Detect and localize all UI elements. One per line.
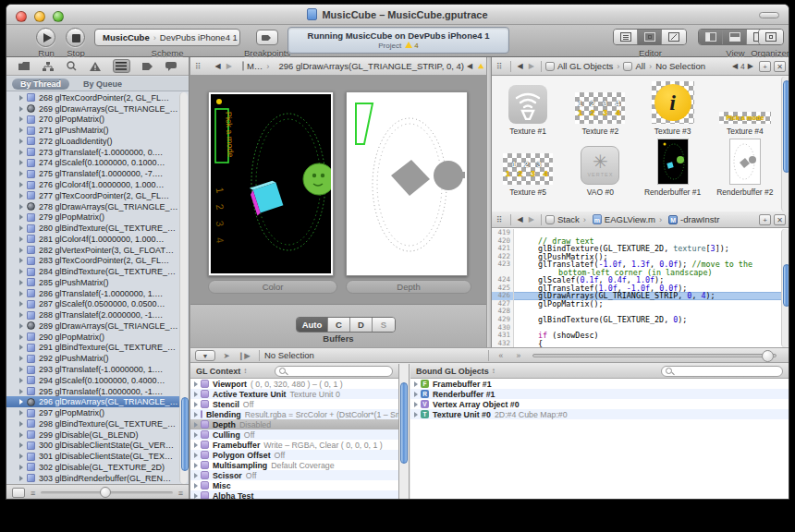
frame-scrubber-knob[interactable] bbox=[100, 487, 111, 498]
disclosure-triangle-icon[interactable] bbox=[19, 421, 23, 427]
gl-context-row[interactable]: Active Texture UnitTexture Unit 0 bbox=[190, 389, 398, 399]
back-arrow-icon[interactable]: ◀ bbox=[518, 62, 523, 70]
frame-position-knob[interactable] bbox=[762, 350, 774, 362]
show-debug-area-button[interactable] bbox=[723, 30, 747, 44]
current-location-icon[interactable]: ➤ bbox=[219, 350, 234, 361]
version-editor-button[interactable] bbox=[662, 30, 686, 44]
disclosure-triangle-icon[interactable] bbox=[194, 422, 198, 428]
disclosure-triangle-icon[interactable] bbox=[19, 116, 23, 122]
gl-call-row[interactable]: 276 glColor4f(1.0000000, 1.000… bbox=[6, 179, 179, 190]
objects-scrollbar[interactable] bbox=[781, 77, 789, 212]
disclosure-triangle-icon[interactable] bbox=[19, 334, 23, 340]
gl-call-row[interactable]: 277 glTexCoordPointer(2, GL_FL… bbox=[6, 190, 179, 201]
title-bar[interactable]: MusicCube – MusicCube.gputrace bbox=[6, 5, 789, 25]
gl-object-browser[interactable]: Texture #11 2 3 41 2 3 4Texture #2iTextu… bbox=[492, 77, 781, 212]
bound-object-row[interactable]: TTexture Unit #02D:#4 Cube Map:#0 bbox=[410, 409, 789, 419]
disclosure-triangle-icon[interactable] bbox=[19, 465, 23, 470]
gl-context-row[interactable]: ScissorOff bbox=[190, 470, 398, 480]
gl-call-row[interactable]: 301 glDisableClientState(GL_TEX… bbox=[6, 451, 179, 462]
code-area[interactable]: 419420// draw text421glBindTexture(GL_TE… bbox=[492, 229, 781, 347]
disclosure-triangle-icon[interactable] bbox=[19, 291, 23, 296]
run-button[interactable] bbox=[36, 28, 55, 47]
gl-call-row[interactable]: 273 glTranslatef(-1.0000000, 0.… bbox=[6, 147, 179, 158]
gl-call-row[interactable]: 274 glScalef(0.1000000, 0.1000… bbox=[6, 158, 179, 169]
gl-context-row[interactable]: FramebufferWrite – RGBA, Clear ( 0, 0, 0… bbox=[190, 440, 398, 450]
color-buffer-label[interactable]: Color bbox=[208, 280, 337, 294]
gl-context-row[interactable]: Alpha Test bbox=[190, 490, 398, 500]
gl-call-row[interactable]: 269 glDrawArrays(GL_TRIANGLE_… bbox=[6, 103, 179, 115]
fastforward-icon[interactable]: » bbox=[511, 350, 526, 361]
disclosure-triangle-icon[interactable] bbox=[194, 483, 198, 489]
disclosure-triangle-icon[interactable] bbox=[19, 442, 23, 448]
bound-objects-header[interactable]: Bound GL Objects↕ bbox=[410, 364, 789, 379]
issue-navigator-icon[interactable] bbox=[89, 60, 103, 72]
gl-object-item[interactable]: 1 2 3 41 2 3 4Texture #2 bbox=[564, 77, 636, 138]
disclosure-triangle-icon[interactable] bbox=[414, 402, 418, 407]
forward-arrow-icon[interactable]: ▶ bbox=[226, 62, 232, 70]
depth-buffer-label[interactable]: Depth bbox=[346, 280, 471, 294]
disclosure-triangle-icon[interactable] bbox=[194, 442, 198, 448]
disclosure-triangle-icon[interactable] bbox=[19, 214, 23, 220]
disclosure-triangle-icon[interactable] bbox=[19, 248, 23, 253]
gl-call-row[interactable]: 271 glPushMatrix() bbox=[6, 125, 179, 136]
code-line[interactable]: 432{ bbox=[492, 340, 781, 347]
gl-call-row[interactable]: 282 glVertexPointer(3, GL_FLOAT… bbox=[6, 245, 179, 256]
disclosure-triangle-icon[interactable] bbox=[19, 378, 23, 383]
editor-scrollbar[interactable] bbox=[781, 229, 789, 347]
gl-object-item[interactable]: ✳VERTEXVAO #0 bbox=[564, 138, 636, 199]
disclosure-triangle-icon[interactable] bbox=[19, 150, 23, 155]
gl-object-item[interactable]: Texture #1 bbox=[492, 77, 564, 138]
code-line[interactable]: 421glBindTexture(GL_TEXTURE_2D, texture[… bbox=[492, 245, 781, 253]
code-line[interactable]: 430 bbox=[492, 324, 781, 332]
forward-arrow-icon[interactable]: ▶ bbox=[529, 215, 534, 224]
disclosure-triangle-icon[interactable] bbox=[19, 301, 23, 307]
disclosure-triangle-icon[interactable] bbox=[194, 473, 198, 478]
gl-object-item[interactable]: Pick a modeTexture #4 bbox=[709, 77, 781, 138]
editor-mode-segment[interactable] bbox=[613, 29, 687, 45]
bound-object-row[interactable]: FFramebuffer #1 bbox=[410, 379, 789, 389]
gl-call-list[interactable]: 268 glTexCoordPointer(2, GL_FL…269 glDra… bbox=[6, 92, 179, 484]
code-line[interactable]: 427glPopMatrix(); bbox=[492, 300, 781, 308]
disclosure-triangle-icon[interactable] bbox=[19, 127, 23, 133]
disclosure-triangle-icon[interactable] bbox=[19, 367, 23, 372]
disclosure-triangle-icon[interactable] bbox=[19, 432, 23, 438]
disclosure-triangle-icon[interactable] bbox=[19, 193, 23, 199]
disclosure-triangle-icon[interactable] bbox=[19, 345, 23, 350]
disclosure-triangle-icon[interactable] bbox=[194, 381, 198, 387]
gl-object-item[interactable]: 1 2 31 2 3 4Texture #5 bbox=[492, 138, 564, 199]
gl-call-row[interactable]: 279 glPopMatrix() bbox=[6, 212, 179, 223]
disclosure-triangle-icon[interactable] bbox=[194, 392, 198, 397]
frame-scrubber[interactable] bbox=[41, 491, 172, 494]
tab-by-thread[interactable]: By Thread bbox=[12, 79, 69, 90]
breakpoint-navigator-icon[interactable] bbox=[141, 60, 154, 72]
step-icon[interactable]: ❙▶ bbox=[237, 350, 251, 361]
buffers-auto-button[interactable]: Auto bbox=[297, 318, 328, 332]
bound-object-row[interactable]: VVertex Array Object #0 bbox=[410, 399, 789, 409]
disclosure-triangle-icon[interactable] bbox=[19, 269, 23, 274]
gl-call-row[interactable]: 297 glPopMatrix() bbox=[6, 407, 179, 418]
disclosure-triangle-icon[interactable] bbox=[19, 160, 23, 165]
assistant-editor-button[interactable] bbox=[638, 30, 662, 44]
show-navigator-button[interactable] bbox=[699, 30, 723, 44]
search-navigator-icon[interactable] bbox=[65, 60, 79, 72]
disclosure-triangle-icon[interactable] bbox=[414, 392, 418, 397]
code-line[interactable]: 431if (showDesc) bbox=[492, 332, 781, 340]
disclosure-triangle-icon[interactable] bbox=[19, 171, 23, 176]
gl-call-row[interactable]: 293 glTranslatef(-1.0000000, 1.… bbox=[6, 364, 179, 375]
color-buffer-preview[interactable]: Pick a mode 1 2 3 4 bbox=[208, 91, 334, 276]
gl-call-row[interactable]: 302 glDisable(GL_TEXTURE_2D) bbox=[6, 462, 179, 473]
jumpbar-selection[interactable]: No Selection bbox=[655, 61, 705, 71]
disclosure-triangle-icon[interactable] bbox=[19, 139, 23, 144]
close-editor-button[interactable]: ✕ bbox=[774, 214, 786, 225]
gl-call-row[interactable]: 275 glTranslatef(1.0000000, -7.… bbox=[6, 168, 179, 179]
gl-context-row[interactable]: BlendingResult.rgba = SrcColor + (DstCol… bbox=[190, 409, 398, 419]
gl-call-row[interactable]: 296 glDrawArrays(GL_TRIANGLE_… bbox=[6, 396, 179, 407]
disclosure-triangle-icon[interactable] bbox=[19, 453, 23, 459]
disclosure-triangle-icon[interactable] bbox=[19, 356, 23, 361]
disclosure-triangle-icon[interactable] bbox=[414, 381, 418, 387]
frame-capture-icon[interactable] bbox=[12, 488, 25, 498]
code-line[interactable]: 429glBindTexture(GL_TEXTURE_2D, 0); bbox=[492, 316, 781, 324]
gl-call-row[interactable]: 268 glTexCoordPointer(2, GL_FL… bbox=[6, 92, 179, 103]
buffers-depth-button[interactable]: D bbox=[350, 318, 373, 332]
gl-call-row[interactable]: 290 glPopMatrix() bbox=[6, 332, 179, 343]
